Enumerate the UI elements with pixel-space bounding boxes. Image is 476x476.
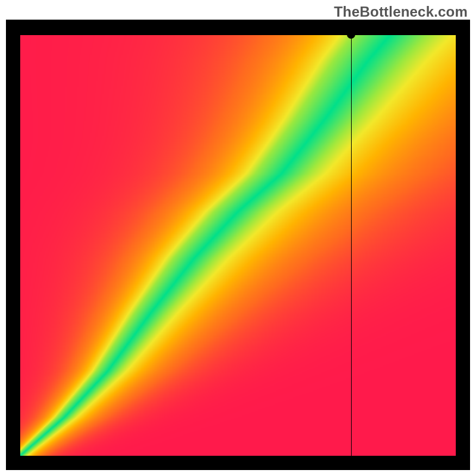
crosshair-marker [347,30,355,39]
heatmap-canvas [20,35,456,456]
plot-area [20,35,456,456]
watermark-text: TheBottleneck.com [334,4,468,20]
crosshair-horizontal [20,35,456,35]
crosshair-vertical [351,35,352,456]
